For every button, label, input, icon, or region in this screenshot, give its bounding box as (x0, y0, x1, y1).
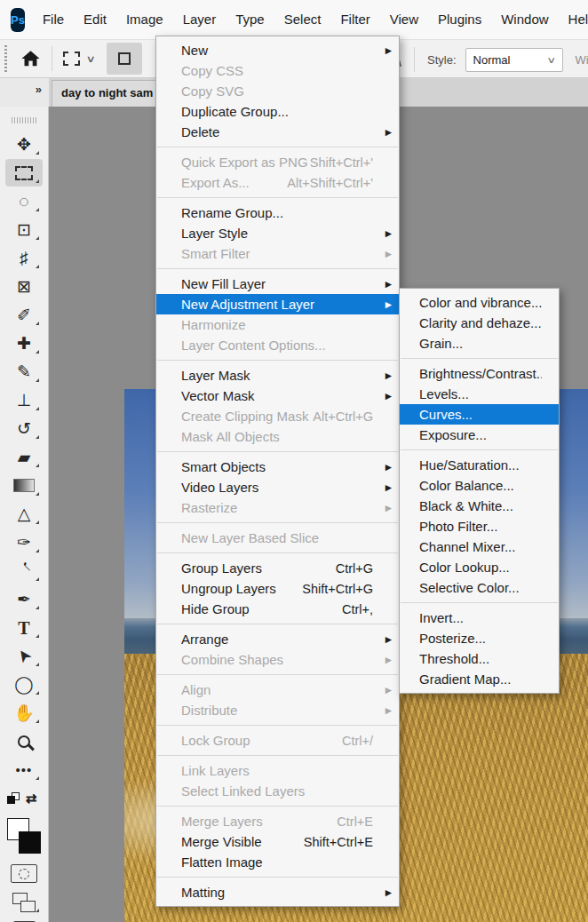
menu-item-black-white[interactable]: Black & White... (400, 496, 559, 516)
ellipse-tool[interactable]: ◯ (5, 671, 43, 698)
gradient-tool[interactable] (5, 472, 43, 499)
mixer-brush-tool[interactable]: ✑ (5, 529, 43, 556)
history-brush-tool[interactable]: ↺ (5, 415, 43, 442)
menu-item-create-clipping-mask[interactable]: Create Clipping MaskAlt+Ctrl+G (156, 406, 399, 426)
hand-tool[interactable]: ✋ (5, 699, 43, 727)
menubar-item-select[interactable]: Select (274, 0, 331, 39)
menu-item-hue-saturation[interactable]: Hue/Saturation... (400, 455, 559, 475)
toolbar-grip[interactable] (12, 117, 36, 123)
menu-item-channel-mixer[interactable]: Channel Mixer... (400, 537, 559, 557)
menu-item-layer-style[interactable]: Layer Style▶ (156, 223, 399, 243)
menu-item-new-adjustment-layer[interactable]: New Adjustment Layer▶ (156, 294, 399, 314)
eraser-tool[interactable]: ▰ (5, 443, 43, 471)
menu-item-selective-color[interactable]: Selective Color... (400, 577, 559, 598)
tools-panel-header[interactable]: » (0, 78, 49, 107)
menubar-item-help[interactable]: Help (559, 0, 588, 39)
menu-item-select-linked-layers[interactable]: Select Linked Layers (156, 781, 399, 801)
photoshop-logo[interactable]: Ps (11, 8, 25, 32)
menu-item-levels[interactable]: Levels... (400, 384, 559, 404)
menu-item-copy-css[interactable]: Copy CSS (156, 60, 399, 81)
menu-item-group-layers[interactable]: Group LayersCtrl+G (156, 558, 399, 578)
eyedropper-tool[interactable]: ✐ (5, 301, 43, 329)
rectangular-marquee-tool[interactable] (5, 159, 43, 187)
options-bar-grip-icon[interactable] (4, 45, 7, 72)
menu-item-vector-mask[interactable]: Vector Mask▶ (156, 385, 399, 406)
menubar-item-plugins[interactable]: Plugins (428, 0, 491, 39)
menu-item-harmonize[interactable]: Harmonize (156, 314, 399, 335)
menu-item-hide-group[interactable]: Hide GroupCtrl+, (156, 599, 399, 619)
color-swatches[interactable] (5, 813, 43, 859)
menu-item-delete[interactable]: Delete▶ (156, 122, 399, 142)
menu-item-posterize[interactable]: Posterize... (400, 628, 559, 648)
menu-item-copy-svg[interactable]: Copy SVG (156, 81, 399, 101)
menu-item-smart-objects[interactable]: Smart Objects▶ (156, 457, 399, 477)
blur-tool[interactable]: ♩ (5, 557, 43, 584)
menubar-item-layer[interactable]: Layer (173, 0, 226, 39)
path-selection-tool[interactable]: ➤ (5, 642, 43, 670)
style-select[interactable]: Normal ∨ (465, 48, 563, 72)
shape-tool[interactable]: △ (5, 500, 43, 528)
background-color-swatch[interactable] (19, 831, 41, 854)
selection-brush-tool[interactable]: ◌ (5, 187, 43, 215)
menubar-item-filter[interactable]: Filter (330, 0, 379, 39)
new-selection-mode-button[interactable] (107, 43, 142, 75)
menu-item-exposure[interactable]: Exposure... (400, 425, 559, 445)
menu-item-lock-group[interactable]: Lock GroupCtrl+/ (156, 730, 399, 751)
menu-item-export-as[interactable]: Export As...Alt+Shift+Ctrl+' (156, 172, 399, 193)
clone-stamp-tool[interactable]: ⊥ (5, 386, 43, 414)
screen-mode[interactable] (5, 888, 43, 916)
menu-item-distribute[interactable]: Distribute▶ (156, 700, 399, 720)
menu-item-gradient-map[interactable]: Gradient Map... (400, 669, 559, 689)
menubar-item-type[interactable]: Type (226, 0, 274, 39)
zoom-tool[interactable] (5, 727, 43, 755)
move-tool[interactable]: ✥ (5, 131, 43, 158)
quick-mask-mode[interactable] (5, 860, 43, 887)
healing-brush-tool[interactable]: ✚ (5, 330, 43, 357)
menu-item-ungroup-layers[interactable]: Ungroup LayersShift+Ctrl+G (156, 578, 399, 599)
menubar-item-edit[interactable]: Edit (74, 0, 116, 39)
menu-item-curves[interactable]: Curves... (400, 404, 559, 425)
menu-item-link-layers[interactable]: Link Layers (156, 760, 399, 781)
menu-item-new-layer-based-slice[interactable]: New Layer Based Slice (156, 528, 399, 548)
menu-item-merge-layers[interactable]: Merge LayersCtrl+E (156, 811, 399, 831)
menubar-item-window[interactable]: Window (491, 0, 558, 39)
crop-tool[interactable]: ♯ (5, 244, 43, 272)
menu-item-clarity-and-dehaze[interactable]: Clarity and dehaze... (400, 313, 559, 333)
menu-item-duplicate-group[interactable]: Duplicate Group... (156, 101, 399, 122)
menu-item-threshold[interactable]: Threshold... (400, 648, 559, 669)
menu-item-color-lookup[interactable]: Color Lookup... (400, 557, 559, 577)
more-tools[interactable]: ••• (5, 756, 43, 783)
menubar-item-file[interactable]: File (33, 0, 74, 39)
swap-colors[interactable]: ⇄ (5, 784, 43, 812)
menu-item-layer-content-options[interactable]: Layer Content Options... (156, 335, 399, 355)
home-button[interactable] (20, 49, 41, 68)
brush-tool[interactable]: ✎ (5, 358, 43, 385)
menu-item-photo-filter[interactable]: Photo Filter... (400, 516, 559, 537)
menu-item-color-balance[interactable]: Color Balance... (400, 475, 559, 496)
frame-tool[interactable]: ⊠ (5, 273, 43, 300)
menubar-item-image[interactable]: Image (116, 0, 173, 39)
menu-item-rasterize[interactable]: Rasterize▶ (156, 497, 399, 518)
object-selection-tool[interactable]: ⊡ (5, 216, 43, 243)
menu-item-mask-all-objects[interactable]: Mask All Objects (156, 426, 399, 447)
menu-item-invert[interactable]: Invert... (400, 608, 559, 628)
menu-item-brightness-contrast[interactable]: Brightness/Contrast... (400, 363, 559, 384)
menu-item-video-layers[interactable]: Video Layers▶ (156, 477, 399, 497)
menubar-item-view[interactable]: View (380, 0, 428, 39)
menu-item-combine-shapes[interactable]: Combine Shapes▶ (156, 649, 399, 670)
menu-item-flatten-image[interactable]: Flatten Image (156, 852, 399, 872)
menu-item-new-fill-layer[interactable]: New Fill Layer▶ (156, 274, 399, 294)
menu-item-smart-filter[interactable]: Smart Filter▶ (156, 243, 399, 264)
menu-item-arrange[interactable]: Arrange▶ (156, 629, 399, 649)
menu-item-quick-export-as-png[interactable]: Quick Export as PNGShift+Ctrl+' (156, 152, 399, 172)
import-image[interactable]: ▲+ (5, 917, 43, 922)
marquee-preset-icon[interactable] (63, 52, 80, 66)
menu-item-layer-mask[interactable]: Layer Mask▶ (156, 365, 399, 385)
type-tool[interactable]: T (5, 614, 43, 641)
menu-item-new[interactable]: New▶ (156, 40, 399, 60)
menu-item-matting[interactable]: Matting▶ (156, 882, 399, 902)
pen-tool[interactable]: ✒ (5, 585, 43, 613)
menu-item-align[interactable]: Align▶ (156, 680, 399, 700)
menu-item-rename-group[interactable]: Rename Group... (156, 203, 399, 223)
menu-item-color-and-vibrance[interactable]: Color and vibrance... (400, 292, 559, 313)
